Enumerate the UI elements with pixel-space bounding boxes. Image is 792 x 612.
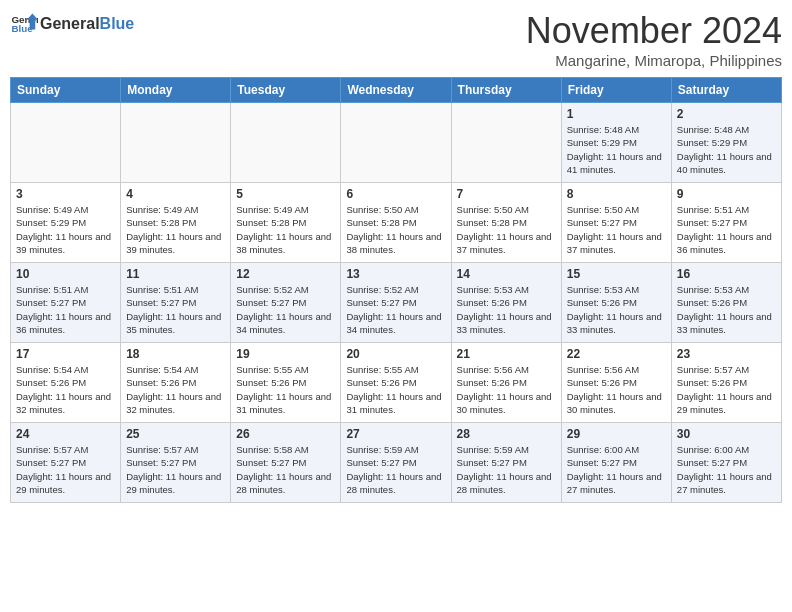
day-info: Sunrise: 6:00 AM Sunset: 5:27 PM Dayligh… — [677, 443, 776, 496]
day-number: 12 — [236, 267, 335, 281]
logo-general: General — [40, 15, 100, 33]
weekday-header: Tuesday — [231, 78, 341, 103]
day-number: 25 — [126, 427, 225, 441]
calendar-table: SundayMondayTuesdayWednesdayThursdayFrid… — [10, 77, 782, 503]
day-info: Sunrise: 5:50 AM Sunset: 5:27 PM Dayligh… — [567, 203, 666, 256]
calendar-cell: 21Sunrise: 5:56 AM Sunset: 5:26 PM Dayli… — [451, 343, 561, 423]
day-number: 21 — [457, 347, 556, 361]
day-number: 27 — [346, 427, 445, 441]
day-number: 20 — [346, 347, 445, 361]
calendar-cell: 12Sunrise: 5:52 AM Sunset: 5:27 PM Dayli… — [231, 263, 341, 343]
location-title: Mangarine, Mimaropa, Philippines — [526, 52, 782, 69]
weekday-header: Wednesday — [341, 78, 451, 103]
calendar-cell: 30Sunrise: 6:00 AM Sunset: 5:27 PM Dayli… — [671, 423, 781, 503]
day-number: 17 — [16, 347, 115, 361]
calendar-cell: 3Sunrise: 5:49 AM Sunset: 5:29 PM Daylig… — [11, 183, 121, 263]
logo-icon: General Blue — [10, 10, 38, 38]
day-number: 16 — [677, 267, 776, 281]
day-info: Sunrise: 5:53 AM Sunset: 5:26 PM Dayligh… — [677, 283, 776, 336]
day-info: Sunrise: 5:51 AM Sunset: 5:27 PM Dayligh… — [126, 283, 225, 336]
calendar-cell: 2Sunrise: 5:48 AM Sunset: 5:29 PM Daylig… — [671, 103, 781, 183]
calendar-cell: 24Sunrise: 5:57 AM Sunset: 5:27 PM Dayli… — [11, 423, 121, 503]
calendar-cell: 29Sunrise: 6:00 AM Sunset: 5:27 PM Dayli… — [561, 423, 671, 503]
calendar-cell: 28Sunrise: 5:59 AM Sunset: 5:27 PM Dayli… — [451, 423, 561, 503]
day-info: Sunrise: 5:54 AM Sunset: 5:26 PM Dayligh… — [16, 363, 115, 416]
day-number: 30 — [677, 427, 776, 441]
calendar-cell: 9Sunrise: 5:51 AM Sunset: 5:27 PM Daylig… — [671, 183, 781, 263]
calendar-cell: 6Sunrise: 5:50 AM Sunset: 5:28 PM Daylig… — [341, 183, 451, 263]
calendar-cell: 25Sunrise: 5:57 AM Sunset: 5:27 PM Dayli… — [121, 423, 231, 503]
day-info: Sunrise: 5:50 AM Sunset: 5:28 PM Dayligh… — [346, 203, 445, 256]
day-info: Sunrise: 5:56 AM Sunset: 5:26 PM Dayligh… — [457, 363, 556, 416]
day-number: 10 — [16, 267, 115, 281]
day-number: 23 — [677, 347, 776, 361]
day-info: Sunrise: 5:51 AM Sunset: 5:27 PM Dayligh… — [16, 283, 115, 336]
calendar-cell: 27Sunrise: 5:59 AM Sunset: 5:27 PM Dayli… — [341, 423, 451, 503]
calendar-cell: 19Sunrise: 5:55 AM Sunset: 5:26 PM Dayli… — [231, 343, 341, 423]
calendar-cell: 20Sunrise: 5:55 AM Sunset: 5:26 PM Dayli… — [341, 343, 451, 423]
calendar-cell: 22Sunrise: 5:56 AM Sunset: 5:26 PM Dayli… — [561, 343, 671, 423]
day-info: Sunrise: 5:54 AM Sunset: 5:26 PM Dayligh… — [126, 363, 225, 416]
day-info: Sunrise: 5:59 AM Sunset: 5:27 PM Dayligh… — [457, 443, 556, 496]
day-number: 2 — [677, 107, 776, 121]
day-info: Sunrise: 5:48 AM Sunset: 5:29 PM Dayligh… — [567, 123, 666, 176]
day-number: 13 — [346, 267, 445, 281]
day-info: Sunrise: 6:00 AM Sunset: 5:27 PM Dayligh… — [567, 443, 666, 496]
calendar-cell: 13Sunrise: 5:52 AM Sunset: 5:27 PM Dayli… — [341, 263, 451, 343]
calendar-week-row: 17Sunrise: 5:54 AM Sunset: 5:26 PM Dayli… — [11, 343, 782, 423]
calendar-cell — [121, 103, 231, 183]
day-info: Sunrise: 5:48 AM Sunset: 5:29 PM Dayligh… — [677, 123, 776, 176]
day-number: 22 — [567, 347, 666, 361]
weekday-header: Thursday — [451, 78, 561, 103]
calendar-cell: 15Sunrise: 5:53 AM Sunset: 5:26 PM Dayli… — [561, 263, 671, 343]
day-info: Sunrise: 5:49 AM Sunset: 5:29 PM Dayligh… — [16, 203, 115, 256]
day-number: 1 — [567, 107, 666, 121]
day-number: 11 — [126, 267, 225, 281]
calendar-week-row: 10Sunrise: 5:51 AM Sunset: 5:27 PM Dayli… — [11, 263, 782, 343]
day-number: 5 — [236, 187, 335, 201]
logo: General Blue General Blue — [10, 10, 134, 38]
calendar-cell — [231, 103, 341, 183]
day-info: Sunrise: 5:52 AM Sunset: 5:27 PM Dayligh… — [346, 283, 445, 336]
day-number: 3 — [16, 187, 115, 201]
day-info: Sunrise: 5:56 AM Sunset: 5:26 PM Dayligh… — [567, 363, 666, 416]
calendar-cell — [341, 103, 451, 183]
page-header: General Blue General Blue November 2024 … — [10, 10, 782, 69]
day-info: Sunrise: 5:50 AM Sunset: 5:28 PM Dayligh… — [457, 203, 556, 256]
weekday-header: Monday — [121, 78, 231, 103]
day-number: 6 — [346, 187, 445, 201]
day-number: 14 — [457, 267, 556, 281]
day-number: 26 — [236, 427, 335, 441]
calendar-cell: 10Sunrise: 5:51 AM Sunset: 5:27 PM Dayli… — [11, 263, 121, 343]
day-info: Sunrise: 5:57 AM Sunset: 5:27 PM Dayligh… — [126, 443, 225, 496]
calendar-cell: 4Sunrise: 5:49 AM Sunset: 5:28 PM Daylig… — [121, 183, 231, 263]
day-number: 19 — [236, 347, 335, 361]
day-number: 29 — [567, 427, 666, 441]
calendar-cell: 14Sunrise: 5:53 AM Sunset: 5:26 PM Dayli… — [451, 263, 561, 343]
day-info: Sunrise: 5:49 AM Sunset: 5:28 PM Dayligh… — [126, 203, 225, 256]
calendar-cell: 8Sunrise: 5:50 AM Sunset: 5:27 PM Daylig… — [561, 183, 671, 263]
calendar-cell: 23Sunrise: 5:57 AM Sunset: 5:26 PM Dayli… — [671, 343, 781, 423]
day-info: Sunrise: 5:55 AM Sunset: 5:26 PM Dayligh… — [236, 363, 335, 416]
calendar-cell: 11Sunrise: 5:51 AM Sunset: 5:27 PM Dayli… — [121, 263, 231, 343]
weekday-header: Friday — [561, 78, 671, 103]
day-number: 24 — [16, 427, 115, 441]
day-number: 8 — [567, 187, 666, 201]
calendar-header: SundayMondayTuesdayWednesdayThursdayFrid… — [11, 78, 782, 103]
day-info: Sunrise: 5:51 AM Sunset: 5:27 PM Dayligh… — [677, 203, 776, 256]
day-number: 4 — [126, 187, 225, 201]
day-number: 9 — [677, 187, 776, 201]
calendar-cell: 7Sunrise: 5:50 AM Sunset: 5:28 PM Daylig… — [451, 183, 561, 263]
calendar-cell: 5Sunrise: 5:49 AM Sunset: 5:28 PM Daylig… — [231, 183, 341, 263]
calendar-cell: 1Sunrise: 5:48 AM Sunset: 5:29 PM Daylig… — [561, 103, 671, 183]
calendar-week-row: 1Sunrise: 5:48 AM Sunset: 5:29 PM Daylig… — [11, 103, 782, 183]
day-number: 18 — [126, 347, 225, 361]
day-info: Sunrise: 5:57 AM Sunset: 5:27 PM Dayligh… — [16, 443, 115, 496]
day-info: Sunrise: 5:49 AM Sunset: 5:28 PM Dayligh… — [236, 203, 335, 256]
month-title: November 2024 — [526, 10, 782, 52]
calendar-cell — [11, 103, 121, 183]
weekday-header: Sunday — [11, 78, 121, 103]
calendar-body: 1Sunrise: 5:48 AM Sunset: 5:29 PM Daylig… — [11, 103, 782, 503]
day-info: Sunrise: 5:53 AM Sunset: 5:26 PM Dayligh… — [457, 283, 556, 336]
title-block: November 2024 Mangarine, Mimaropa, Phili… — [526, 10, 782, 69]
